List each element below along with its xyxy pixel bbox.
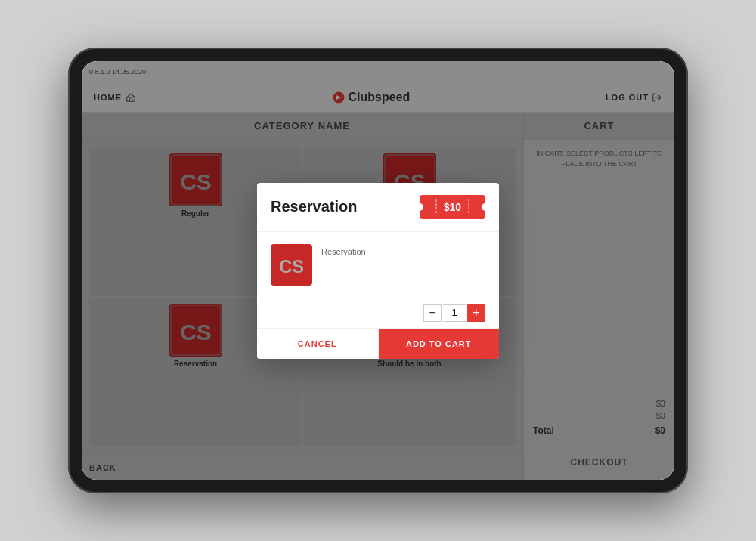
ticket-notch-left	[416, 203, 423, 211]
modal-product-info: Reservation	[321, 244, 366, 258]
ticket-perforations	[432, 199, 441, 215]
quantity-increase-button[interactable]: +	[467, 304, 485, 322]
quantity-decrease-button[interactable]: −	[423, 304, 442, 322]
tablet-screen: 0.8.1.0 14.05.2020 HOME Clubspeed	[82, 61, 674, 480]
modal-overlay[interactable]: Reservation $10	[82, 61, 674, 480]
quantity-value: 1	[443, 304, 466, 322]
modal-footer: CANCEL ADD TO CART	[257, 328, 499, 359]
ticket-price: $10	[444, 201, 461, 213]
modal-title: Reservation	[271, 198, 358, 215]
ticket-perforations-right	[464, 199, 473, 215]
modal-dialog: Reservation $10	[257, 183, 499, 359]
svg-text:CS: CS	[279, 256, 304, 276]
ticket-price-badge: $10	[420, 195, 485, 219]
cancel-button[interactable]: CANCEL	[257, 329, 379, 359]
modal-body: CS Reservation	[257, 232, 499, 298]
add-to-cart-button[interactable]: ADD TO CART	[379, 329, 500, 359]
ticket-notch-right	[482, 203, 489, 211]
modal-cs-logo: CS	[271, 244, 312, 286]
modal-header: Reservation $10	[257, 183, 499, 232]
modal-product-label: Reservation	[321, 247, 366, 256]
modal-product-image: CS	[271, 244, 312, 286]
tablet-frame: 0.8.1.0 14.05.2020 HOME Clubspeed	[68, 48, 688, 493]
quantity-row: − 1 +	[257, 298, 499, 328]
